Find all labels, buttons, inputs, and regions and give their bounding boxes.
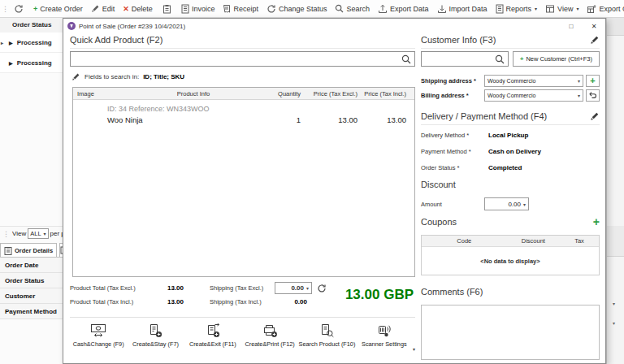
caret-down-icon[interactable]: ▾: [613, 301, 615, 306]
export-data-button[interactable]: Export Data: [374, 0, 433, 17]
fields-hint-value: ID; Title; SKU: [143, 73, 184, 80]
delete-button[interactable]: ✕ Delete: [119, 0, 157, 17]
order-status-header: Order Status: [0, 18, 63, 32]
billing-address-row: Billing address * Woody Commercio ▾: [421, 89, 600, 102]
order-status-value: Completed: [488, 164, 522, 171]
new-customer-button[interactable]: + New Customer (Ctrl+F3): [513, 51, 600, 67]
create-print-button[interactable]: Create&Print (F12): [241, 321, 298, 348]
product-price-excl: 13.00: [301, 115, 358, 124]
undo-icon: [588, 91, 597, 99]
refresh-shipping-icon[interactable]: [317, 284, 327, 293]
caret-down-icon[interactable]: ▾: [613, 320, 615, 326]
tab-order-details[interactable]: Order Details: [0, 243, 57, 257]
col-price-excl[interactable]: Price (Tax Excl.): [301, 90, 358, 98]
document-search-icon: [318, 323, 335, 339]
product-total-incl-label: Product Total (Tax Incl.): [70, 298, 161, 306]
grid-row-customer[interactable]: Customer: [0, 288, 63, 304]
caret-down-icon: ▾: [578, 93, 580, 98]
shipping-address-select[interactable]: Woody Commercio ▾: [484, 75, 583, 87]
comments-heading: Comments (F6): [421, 287, 600, 297]
sidebar-item-processing-1[interactable]: ▸ ▶ Processing: [0, 32, 63, 53]
view-label: View: [557, 5, 573, 13]
cash-change-button[interactable]: Cash&Change (F9): [70, 321, 127, 348]
discount-heading-label: Discount: [421, 180, 456, 189]
sidebar-item-processing-2[interactable]: ▶ Processing: [0, 53, 63, 73]
comments-textarea[interactable]: [421, 305, 600, 360]
search-icon: [335, 4, 344, 13]
col-image[interactable]: Image: [73, 90, 132, 98]
discount-amount-input[interactable]: 0.00 ▾: [484, 197, 529, 210]
view-menu-button[interactable]: View ▾: [541, 0, 583, 17]
reports-label: Reports: [506, 5, 532, 13]
printer-plus-icon: [262, 323, 278, 339]
search-product-button[interactable]: Search Product (F10): [298, 321, 355, 348]
customer-info-heading-label: Customer Info (F3): [421, 35, 496, 45]
import-data-button[interactable]: Import Data: [433, 0, 492, 17]
per-page-label: per pa: [50, 230, 63, 237]
receipt-icon: [223, 4, 231, 14]
export-grid-icon: [587, 4, 596, 14]
add-address-button[interactable]: +: [586, 75, 600, 87]
discount-amount-value: 0.00: [508, 201, 521, 208]
document-plus-icon: [147, 323, 163, 339]
pencil-icon: [91, 4, 100, 13]
invoice-button[interactable]: Invoice: [177, 0, 219, 17]
product-quantity[interactable]: 1: [254, 115, 301, 124]
view-filter-value: ALL: [30, 230, 41, 237]
product-search-input[interactable]: [71, 55, 401, 63]
create-exit-button[interactable]: Create&Exit (F11): [184, 321, 241, 348]
comments-heading-label: Comments (F6): [421, 287, 483, 297]
create-order-button[interactable]: + Create Order: [29, 0, 87, 17]
view-filter-select[interactable]: ALL ▾: [28, 228, 48, 239]
invoice-icon: [181, 4, 189, 14]
col-price-incl[interactable]: Price (Tax Incl.): [358, 90, 410, 98]
table-row[interactable]: ID: 34 Reference: WN343WOO Woo Ninja 1 1…: [73, 100, 414, 124]
pencil-icon[interactable]: [72, 72, 80, 81]
more-actions-caret-icon[interactable]: ▾: [413, 346, 415, 352]
payment-method-label: Payment Method *: [421, 148, 488, 155]
edit-button[interactable]: Edit: [87, 0, 119, 17]
coupons-heading: Coupons +: [421, 215, 600, 228]
receipt-button[interactable]: Receipt: [219, 0, 262, 17]
change-status-icon: [266, 4, 276, 14]
col-quantity[interactable]: Quantity: [254, 90, 301, 98]
clipboard-refresh-button[interactable]: [158, 0, 176, 17]
search-icon: [495, 54, 505, 64]
export-grid-menu-button[interactable]: Export Grid ▾: [583, 0, 624, 17]
export-icon: [378, 4, 388, 14]
order-status-sidebar: Order Status ▸ ▶ Processing ▶ Processing…: [0, 18, 63, 364]
toolbar-drag-handle[interactable]: ⋮: [0, 5, 10, 13]
coupons-table: Code Discount Tax <No data to display>: [421, 235, 600, 275]
main-toolbar: ⋮ + Create Order Edit ✕ Delete Invoice R…: [0, 0, 624, 18]
grid-row-order-status[interactable]: Order Status: [0, 273, 63, 288]
undo-address-button[interactable]: [586, 89, 600, 102]
edit-customer-pencil-icon[interactable]: [590, 35, 600, 45]
action-label: Search Product (F10): [299, 340, 356, 348]
coupons-heading-label: Coupons: [421, 217, 457, 227]
reports-menu-button[interactable]: Reports ▾: [492, 0, 542, 17]
expand-triangle-icon[interactable]: ▶: [9, 60, 13, 66]
scanner-settings-button[interactable]: Scanner Settings: [356, 321, 413, 348]
col-discount[interactable]: Discount: [507, 237, 560, 245]
product-search-box: [70, 51, 415, 67]
add-coupon-button[interactable]: +: [593, 215, 600, 228]
edit-delivery-pencil-icon[interactable]: [590, 111, 600, 121]
product-meta: ID: 34 Reference: WN343WOO: [73, 105, 414, 113]
col-tax[interactable]: Tax: [560, 237, 599, 245]
create-stay-button[interactable]: Create&Stay (F7): [127, 321, 184, 348]
grid-row-payment-method[interactable]: Payment Method: [0, 304, 63, 319]
grid-row-order-date[interactable]: Order Date: [0, 258, 63, 273]
shipping-amount-input[interactable]: 0.00 ▾: [275, 282, 312, 294]
customer-search-input[interactable]: [422, 55, 495, 63]
col-product-info[interactable]: Product Info: [132, 90, 254, 98]
col-code[interactable]: Code: [422, 237, 507, 245]
expand-triangle-icon[interactable]: ▶: [9, 40, 13, 46]
change-status-button[interactable]: Change Status: [262, 0, 332, 17]
refresh-button[interactable]: [10, 0, 28, 17]
import-icon: [437, 4, 447, 14]
billing-address-select[interactable]: Woody Commercio ▾: [484, 89, 583, 102]
search-button[interactable]: Search: [331, 0, 374, 17]
pager-drag-handle[interactable]: ⋮: [1, 230, 11, 238]
delivery-method-label: Delivery Method *: [421, 132, 488, 139]
search-fields-hint: Fields to search in: ID; Title; SKU: [72, 72, 184, 81]
